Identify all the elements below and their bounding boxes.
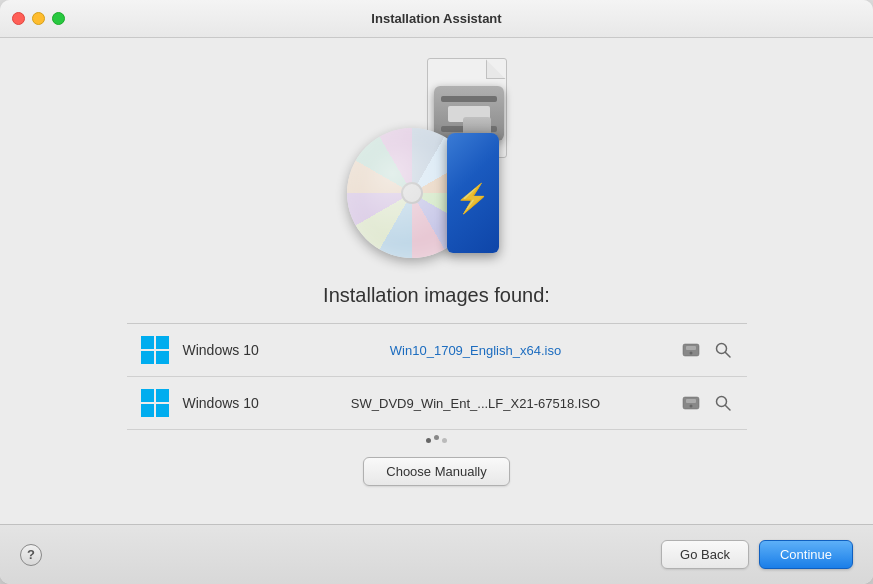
svg-rect-10 xyxy=(156,389,169,402)
windows-logo-icon xyxy=(139,387,171,419)
hero-image: ⚡ xyxy=(337,58,537,268)
svg-point-15 xyxy=(689,405,692,408)
page-heading: Installation images found: xyxy=(323,284,550,307)
table-row: Windows 10 Win10_1709_English_x64.iso xyxy=(127,324,747,377)
svg-line-17 xyxy=(725,406,730,411)
close-button[interactable] xyxy=(12,12,25,25)
main-window: Installation Assistant xyxy=(0,0,873,584)
help-button[interactable]: ? xyxy=(20,544,42,566)
svg-rect-11 xyxy=(141,404,154,417)
svg-line-8 xyxy=(725,353,730,358)
file-link[interactable]: Win10_1709_English_x64.iso xyxy=(285,343,667,358)
svg-rect-9 xyxy=(141,389,154,402)
os-name: Windows 10 xyxy=(183,342,273,358)
title-bar: Installation Assistant xyxy=(0,0,873,38)
spinner-dot-3 xyxy=(442,438,447,443)
go-back-button[interactable]: Go Back xyxy=(661,540,749,569)
file-name: SW_DVD9_Win_Ent_...LF_X21-67518.ISO xyxy=(285,396,667,411)
spinner-dot-2 xyxy=(434,435,439,440)
search-icon[interactable] xyxy=(711,391,735,415)
content-area: ⚡ Installation images found: Windows 10 xyxy=(0,38,873,524)
continue-button[interactable]: Continue xyxy=(759,540,853,569)
svg-rect-1 xyxy=(156,336,169,349)
zoom-button[interactable] xyxy=(52,12,65,25)
svg-rect-12 xyxy=(156,404,169,417)
svg-rect-14 xyxy=(686,399,696,403)
usb-symbol: ⚡ xyxy=(455,182,490,215)
row-actions xyxy=(679,338,735,362)
spinner-dot-1 xyxy=(426,438,431,443)
traffic-lights xyxy=(12,12,65,25)
bottom-buttons: Go Back Continue xyxy=(661,540,853,569)
usb-icon: ⚡ xyxy=(447,133,507,263)
svg-rect-3 xyxy=(156,351,169,364)
window-title: Installation Assistant xyxy=(371,11,501,26)
bottom-bar: ? Go Back Continue xyxy=(0,524,873,584)
svg-rect-2 xyxy=(141,351,154,364)
disk-icon[interactable] xyxy=(679,338,703,362)
loading-spinner xyxy=(127,430,747,451)
images-table: Windows 10 Win10_1709_English_x64.iso xyxy=(127,323,747,451)
windows-logo-icon xyxy=(139,334,171,366)
svg-point-6 xyxy=(689,352,692,355)
os-name: Windows 10 xyxy=(183,395,273,411)
search-icon[interactable] xyxy=(711,338,735,362)
table-row: Windows 10 SW_DVD9_Win_Ent_...LF_X21-675… xyxy=(127,377,747,430)
choose-manually-button[interactable]: Choose Manually xyxy=(363,457,509,486)
svg-rect-5 xyxy=(686,346,696,350)
minimize-button[interactable] xyxy=(32,12,45,25)
disk-icon[interactable] xyxy=(679,391,703,415)
row-actions xyxy=(679,391,735,415)
svg-rect-0 xyxy=(141,336,154,349)
